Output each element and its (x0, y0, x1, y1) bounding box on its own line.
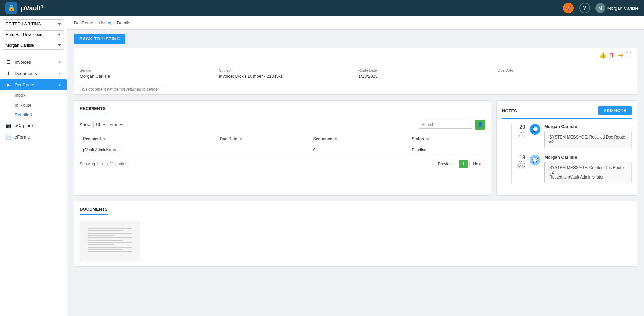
notes-section: NOTES ADD NOTE 20 JAN 2023 💬 (496, 100, 637, 196)
app-title: pVault® (21, 4, 43, 12)
breadcrumb-separator: › (95, 20, 97, 25)
back-to-listing-button[interactable]: BACK TO LISTING (74, 34, 125, 44)
cell-status: Pending (408, 144, 485, 156)
doc-line (88, 237, 132, 238)
doc-line (88, 244, 114, 245)
sidebar: PE-TECHWRITING Hard Hat Developers Morga… (0, 16, 67, 316)
add-note-button[interactable]: ADD NOTE (598, 106, 632, 115)
doc-line (88, 251, 132, 252)
expand-icon[interactable]: ⛶ (626, 52, 632, 59)
sidebar-item-documents[interactable]: ⬇ Documents ▼ (0, 68, 67, 79)
message-icon: 💬 (530, 155, 540, 165)
sidebar-item-recalled[interactable]: Recalled (0, 110, 67, 120)
route-date-field: Route Date 1/18/2023 (358, 68, 492, 79)
user-dropdown[interactable]: Morgan Carlisle (3, 41, 64, 50)
due-date-field: Due Date (498, 68, 632, 79)
note-message: SYSTEM MESSAGE: Recalled Doc Route #2 (544, 131, 632, 148)
doc-line (88, 233, 132, 234)
return-note: This document will be not returned to se… (74, 84, 637, 94)
approve-icon[interactable]: 👍 (599, 52, 606, 59)
org-dropdown[interactable]: PE-TECHWRITING (3, 19, 64, 28)
action-bar: BACK TO LISTING (67, 30, 644, 48)
chevron-up-icon: ▲ (58, 83, 61, 87)
recipients-section: RECIPIENTS Show 10 entries 👤 (74, 100, 491, 196)
two-column-layout: RECIPIENTS Show 10 entries 👤 (74, 100, 637, 196)
delete-icon[interactable]: 🗑 (609, 52, 615, 59)
content-area: DocRoute › Listing › Details BACK TO LIS… (67, 16, 644, 316)
cell-sequence: 0 (310, 144, 408, 156)
sort-icon: ⇅ (103, 137, 106, 141)
notes-timeline: 20 JAN 2023 💬 Morgan Carlisle SYSTEM MES… (502, 124, 632, 183)
pagination-row: Showing 1 to 1 of 1 entries Previous 1 N… (80, 160, 485, 168)
sidebar-item-docroute[interactable]: ▶ DocRoute ▲ (0, 79, 67, 90)
detail-actions: 👍 🗑 ➡ ⛶ (74, 48, 637, 63)
doc-preview-lines (88, 228, 132, 254)
next-page-button[interactable]: Next (469, 160, 485, 168)
documents-section: DOCUMENTS (74, 201, 637, 267)
search-area: 👤 (419, 120, 485, 130)
doc-line (88, 228, 132, 229)
recipients-table: Recipient ⇅ Due Date ⇅ Sequence ⇅ (80, 134, 485, 156)
topnav-right: 🚀 ? M Morgan Carlisle (563, 3, 639, 13)
timeline-item: 20 JAN 2023 💬 Morgan Carlisle SYSTEM MES… (509, 124, 632, 148)
main-layout: PE-TECHWRITING Hard Hat Developers Morga… (0, 16, 644, 316)
doc-line (88, 242, 132, 243)
rocket-icon-button[interactable]: 🚀 (563, 3, 574, 13)
show-entries-control: Show 10 entries (80, 121, 123, 128)
sort-icon: ⇅ (239, 137, 242, 141)
table-row: pVault Administrator 0 Pending (80, 144, 485, 156)
logo-icon: 🔒 (5, 2, 17, 14)
page-1-button[interactable]: 1 (459, 160, 468, 168)
note-content: Morgan Carlisle SYSTEM MESSAGE: Created … (544, 155, 632, 183)
add-recipient-button[interactable]: 👤 (475, 120, 485, 130)
col-recipient[interactable]: Recipient ⇅ (80, 134, 217, 144)
cell-recipient: pVault Administrator (80, 144, 217, 156)
top-navigation: 🔒 pVault® 🚀 ? M Morgan Carlisle (0, 0, 644, 16)
note-date: 20 JAN 2023 (509, 124, 525, 148)
doc-line (88, 240, 123, 241)
documents-icon: ⬇ (5, 71, 11, 76)
col-sequence[interactable]: Sequence ⇅ (310, 134, 408, 144)
cell-due-date (217, 144, 310, 156)
chevron-down-icon: ▼ (58, 72, 61, 75)
sidebar-item-eforms[interactable]: 📄 eForms (0, 131, 67, 143)
table-header-row: Recipient ⇅ Due Date ⇅ Sequence ⇅ (80, 134, 485, 144)
user-avatar: M (595, 3, 605, 13)
doc-line (88, 249, 123, 250)
pagination-controls: Previous 1 Next (434, 160, 485, 168)
note-content: Morgan Carlisle SYSTEM MESSAGE: Recalled… (544, 124, 632, 148)
team-dropdown[interactable]: Hard Hat Developers (3, 30, 64, 39)
sidebar-item-invoices[interactable]: ☰ Invoices ▼ (0, 56, 67, 68)
timeline-item: 18 JAN 2023 💬 Morgan Carlisle SYSTEM MES… (509, 155, 632, 183)
search-input[interactable] (419, 121, 472, 129)
note-message: SYSTEM MESSAGE: Created Doc Route #2 Rou… (544, 162, 632, 183)
document-thumbnail[interactable] (80, 221, 140, 261)
invoices-icon: ☰ (5, 59, 11, 65)
recipients-title: RECIPIENTS (80, 106, 106, 114)
person-add-icon: 👤 (477, 122, 483, 127)
message-icon: 💬 (530, 124, 540, 135)
eforms-icon: 📄 (5, 134, 11, 140)
show-entries-select[interactable]: 10 (93, 121, 107, 128)
sidebar-item-inbox[interactable]: Inbox (0, 90, 67, 100)
col-status[interactable]: Status ⇅ (408, 134, 485, 144)
forward-icon[interactable]: ➡ (618, 52, 623, 59)
col-due-date[interactable]: Due Date ⇅ (217, 134, 310, 144)
sidebar-navigation: ☰ Invoices ▼ ⬇ Documents ▼ ▶ DocRoute ▲ … (0, 53, 67, 316)
note-date: 18 JAN 2023 (509, 155, 525, 183)
user-menu-button[interactable]: M Morgan Carlisle (595, 3, 639, 13)
sidebar-item-ecapture[interactable]: 📷 eCapture (0, 120, 67, 131)
subject-field: Subject Invoice: Dick's Lumber - 21345-1 (219, 68, 353, 79)
doc-line (88, 247, 132, 248)
help-button[interactable]: ? (579, 3, 590, 13)
documents-title: DOCUMENTS (80, 207, 108, 215)
breadcrumb-separator: › (113, 20, 115, 25)
logo-area: 🔒 pVault® (5, 2, 43, 14)
document-preview (80, 221, 140, 261)
doc-line (88, 235, 114, 236)
notes-header: NOTES ADD NOTE (502, 106, 632, 119)
breadcrumb-listing-link[interactable]: Listing (99, 20, 111, 25)
pagination-info: Showing 1 to 1 of 1 entries (80, 162, 127, 166)
sidebar-item-in-route[interactable]: In Route (0, 100, 67, 110)
previous-page-button[interactable]: Previous (434, 160, 457, 168)
